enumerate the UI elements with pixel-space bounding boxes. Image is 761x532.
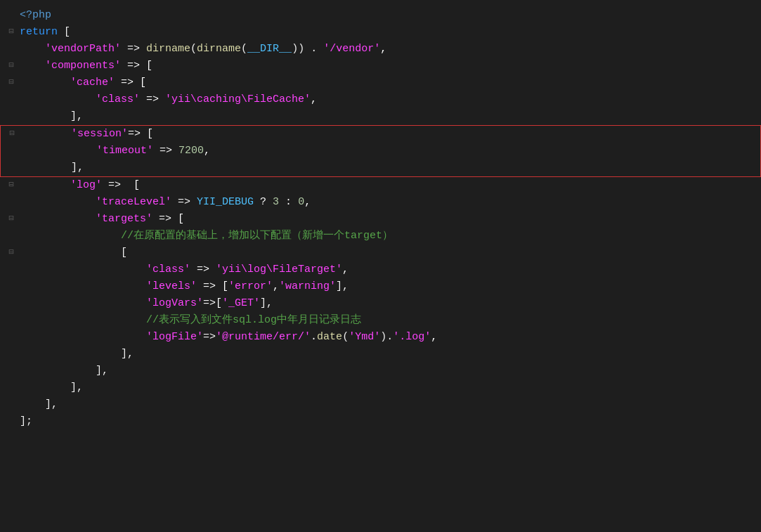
token-kw-arrow: =>[ [203, 297, 222, 309]
code-content: ], [17, 346, 755, 363]
code-line: 'class' => 'yii\log\FileTarget', [0, 261, 761, 278]
code-editor: <?php⊟return [ 'vendorPath' => dirname(d… [0, 0, 761, 532]
token-kw-operator: , [304, 196, 311, 208]
fold-gutter [6, 295, 17, 297]
token-kw-const: YII_DEBUG [197, 196, 254, 208]
fold-gutter[interactable]: ⊟ [6, 126, 18, 141]
code-content: ], [18, 160, 755, 176]
token-kw-number: 7200 [178, 145, 204, 157]
code-line: ⊟ 'session'=> [ [1, 126, 760, 143]
fold-gutter[interactable]: ⊟ [6, 24, 17, 39]
token-kw-concat: . [311, 331, 317, 343]
token-kw-comment: //表示写入到文件sql.log中年月日记录日志 [20, 314, 361, 326]
token-kw-bracket: ], [20, 382, 83, 394]
code-content: 'class' => 'yii\log\FileTarget', [17, 261, 755, 278]
token-kw-string: 'yii\log\FileTarget' [216, 264, 342, 275]
fold-gutter[interactable]: ⊟ [6, 211, 17, 226]
token-kw-operator: , [273, 280, 279, 292]
fold-gutter [6, 194, 17, 195]
token-kw-string: 'logVars' [20, 297, 203, 309]
fold-gutter [6, 261, 17, 263]
fold-gutter [6, 396, 17, 398]
code-line: ⊟return [ [0, 24, 761, 41]
token-kw-string: 'log' [20, 179, 102, 191]
code-content: 'timeout' => 7200, [18, 143, 755, 160]
token-kw-arrow: => [ [121, 60, 152, 72]
fold-gutter [6, 108, 17, 110]
token-kw-bracket: ], [20, 398, 58, 410]
code-line: ], [0, 396, 761, 413]
code-line: ⊟ 'targets' => [ [0, 211, 761, 228]
token-kw-const: __DIR__ [247, 43, 292, 55]
token-kw-string: '.log' [393, 331, 431, 343]
token-kw-bracket: ( [342, 331, 349, 343]
fold-gutter[interactable]: ⊟ [6, 58, 17, 72]
fold-gutter[interactable]: ⊟ [6, 74, 17, 89]
token-kw-string: 'Ymd' [349, 331, 380, 343]
token-kw-string: 'class' [20, 264, 190, 275]
token-kw-arrow: => [ [128, 128, 153, 140]
fold-gutter [6, 346, 17, 347]
code-content: 'targets' => [ [17, 211, 755, 228]
token-kw-operator: : [279, 196, 298, 208]
fold-gutter [6, 312, 17, 313]
code-content: 'logVars'=>['_GET'], [17, 295, 755, 312]
code-content: //在原配置的基础上，增加以下配置（新增一个target） [17, 228, 755, 245]
fold-gutter[interactable]: ⊟ [6, 177, 17, 192]
token-kw-number: 3 [273, 196, 279, 208]
token-kw-string: 'error' [228, 280, 273, 292]
fold-gutter [6, 7, 17, 8]
token-kw-return: return [20, 26, 58, 38]
token-kw-arrow: => [121, 43, 146, 55]
code-line: 'timeout' => 7200, [1, 143, 760, 160]
token-kw-arrow: => [140, 93, 165, 105]
fold-gutter [6, 91, 17, 93]
token-kw-arrow: => [153, 145, 178, 157]
token-kw-bracket: [ [20, 247, 127, 259]
fold-gutter [6, 228, 17, 229]
token-kw-string: 'warning' [279, 280, 336, 292]
code-content: [ [17, 245, 755, 261]
code-line: ⊟ 'log' => [ [0, 177, 761, 194]
code-line: <?php [0, 7, 761, 24]
code-content: ], [17, 396, 755, 413]
fold-gutter [6, 329, 17, 330]
token-kw-bracket: ). [380, 331, 393, 343]
code-content: 'cache' => [ [17, 74, 755, 91]
code-line: ⊟ 'cache' => [ [0, 74, 761, 91]
code-line: ], [0, 108, 761, 125]
token-kw-operator: , [311, 93, 317, 105]
token-kw-arrow: => [ [115, 77, 146, 89]
token-kw-arrow: => [171, 196, 197, 208]
token-kw-operator: , [380, 43, 386, 55]
code-line: ]; [0, 413, 761, 430]
token-kw-operator: , [431, 331, 437, 343]
fold-gutter[interactable]: ⊟ [6, 245, 17, 259]
token-kw-arrow: => [203, 331, 216, 343]
token-kw-arrow: => [ [102, 179, 140, 191]
code-line: 'levels' => ['error','warning'], [0, 278, 761, 295]
code-line: 'class' => 'yii\caching\FileCache', [0, 91, 761, 108]
token-kw-bracket: ], [20, 348, 134, 360]
code-content: ], [17, 379, 755, 396]
token-kw-comment: //在原配置的基础上，增加以下配置（新增一个target） [20, 230, 393, 242]
token-kw-bracket: )) . [292, 43, 323, 55]
token-kw-string: '@runtime/err/' [216, 331, 311, 343]
fold-gutter [6, 143, 18, 144]
code-content: 'session'=> [ [18, 126, 755, 143]
token-kw-bracket: ], [20, 110, 83, 122]
code-line: 'traceLevel' => YII_DEBUG ? 3 : 0, [0, 194, 761, 211]
token-kw-arrow: => [190, 264, 216, 275]
code-content: //表示写入到文件sql.log中年月日记录日志 [17, 312, 755, 329]
token-kw-func: dirname [146, 43, 190, 55]
token-kw-string: 'session' [20, 128, 128, 140]
code-line: ], [0, 346, 761, 363]
token-kw-number: 0 [298, 196, 304, 208]
fold-gutter [6, 363, 17, 364]
code-line: ], [1, 160, 760, 176]
code-line: ], [0, 363, 761, 379]
code-line: //表示写入到文件sql.log中年月日记录日志 [0, 312, 761, 329]
code-line: 'vendorPath' => dirname(dirname(__DIR__)… [0, 41, 761, 58]
code-content: 'class' => 'yii\caching\FileCache', [17, 91, 755, 108]
fold-gutter [6, 379, 17, 381]
